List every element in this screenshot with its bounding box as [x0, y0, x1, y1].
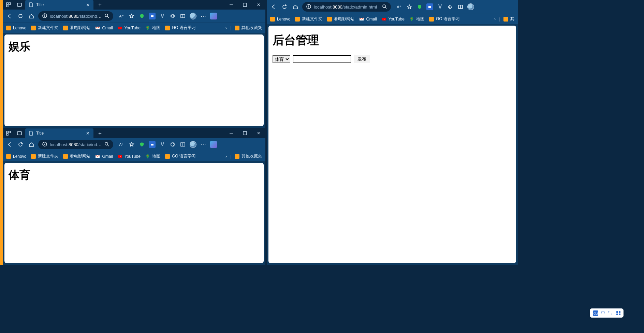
ime-grid-icon[interactable] [616, 311, 620, 315]
more-icon[interactable]: ⋯ [200, 13, 207, 19]
bookmark-movies[interactable]: 看电影网站 [327, 16, 354, 22]
home-button[interactable] [291, 3, 299, 11]
extensions-icon[interactable] [169, 13, 176, 19]
extension-vpn-icon[interactable] [149, 13, 156, 19]
bookmark-youtube[interactable]: YouTube [382, 17, 405, 22]
back-button[interactable] [5, 140, 14, 149]
workspaces-icon[interactable] [5, 2, 12, 8]
category-select[interactable]: 体育 [273, 55, 290, 63]
extension-v-icon[interactable]: V [437, 3, 443, 10]
new-tab-button[interactable]: ＋ [96, 0, 104, 9]
browser-tab[interactable]: Title ✕ [25, 128, 93, 138]
new-tab-button[interactable]: ＋ [96, 129, 104, 138]
tab-actions-icon[interactable] [16, 2, 23, 8]
workspaces-icon[interactable] [5, 130, 12, 136]
maximize-button[interactable] [238, 128, 252, 138]
ime-lang-label[interactable]: 中 [601, 310, 605, 316]
bookmark-go[interactable]: GO 语言学习 [165, 25, 196, 31]
bookmark-youtube[interactable]: YouTube [118, 26, 141, 30]
svg-rect-28 [151, 144, 153, 145]
url-field[interactable]: localhost:8080/static/index… [38, 140, 113, 149]
split-screen-icon[interactable] [179, 141, 186, 148]
favorite-icon[interactable] [406, 3, 413, 10]
bookmarks-overflow-icon[interactable]: › [225, 26, 227, 30]
bookmark-gmail[interactable]: Gmail [359, 17, 377, 22]
bookmark-gmail[interactable]: Gmail [95, 26, 113, 30]
bookmark-maps[interactable]: 地图 [145, 153, 160, 159]
copilot-icon[interactable] [210, 141, 217, 148]
bookmarks-overflow-icon[interactable]: › [494, 17, 496, 22]
close-window-button[interactable]: ✕ [252, 128, 265, 138]
site-info-icon[interactable] [42, 142, 47, 148]
address-bar: localhost:8080/static/index… A⁺ V ⋯ [3, 138, 265, 151]
ime-punct-icon[interactable]: °， [608, 310, 614, 316]
other-favorites[interactable]: 其他收藏夹 [235, 25, 262, 31]
back-button[interactable] [269, 3, 278, 11]
extensions-icon[interactable] [169, 141, 176, 148]
url-field[interactable]: localhost:8080/static/index… [38, 11, 113, 21]
search-icon[interactable] [382, 4, 387, 10]
bookmark-lenovo[interactable]: Lenovo [270, 17, 290, 22]
home-button[interactable] [27, 12, 35, 20]
other-favorites[interactable]: 其他收藏夹 [235, 153, 262, 159]
bookmark-newfolder[interactable]: 新建文件夹 [31, 25, 58, 31]
favorite-icon[interactable] [128, 13, 135, 19]
profile-avatar[interactable] [467, 3, 474, 10]
maximize-button[interactable] [238, 0, 252, 10]
url-field[interactable]: localhost:8080/static/admin.html [302, 2, 391, 12]
shield-icon[interactable] [138, 13, 145, 19]
refresh-button[interactable] [16, 12, 25, 20]
close-tab-icon[interactable]: ✕ [85, 2, 90, 7]
extension-v-icon[interactable]: V [159, 141, 166, 148]
extensions-icon[interactable] [447, 3, 454, 10]
bookmark-go[interactable]: GO 语言学习 [165, 153, 196, 159]
content-input[interactable] [293, 55, 351, 63]
extension-v-icon[interactable]: V [159, 13, 166, 19]
close-tab-icon[interactable]: ✕ [85, 131, 90, 136]
home-button[interactable] [27, 140, 35, 149]
bookmarks-overflow-icon[interactable]: › [225, 154, 227, 159]
gmail-icon [95, 154, 100, 159]
ime-toolbar[interactable]: du 中 °， [590, 308, 624, 318]
search-icon[interactable] [104, 142, 109, 148]
site-info-icon[interactable] [42, 13, 47, 19]
bookmark-partial[interactable]: 其 [503, 16, 514, 22]
shield-icon[interactable] [138, 141, 145, 148]
bookmark-go[interactable]: GO 语言学习 [429, 16, 460, 22]
profile-avatar[interactable] [190, 13, 196, 19]
split-screen-icon[interactable] [457, 3, 464, 10]
more-icon[interactable]: ⋯ [200, 141, 207, 148]
refresh-button[interactable] [280, 3, 289, 11]
search-icon[interactable] [104, 13, 109, 19]
refresh-button[interactable] [16, 140, 25, 149]
tab-actions-icon[interactable] [16, 130, 23, 136]
bookmark-newfolder[interactable]: 新建文件夹 [31, 153, 58, 159]
svg-rect-39 [428, 6, 431, 8]
read-aloud-icon[interactable]: A⁺ [118, 141, 125, 148]
browser-tab[interactable]: Title ✕ [25, 0, 93, 10]
publish-button[interactable]: 发布 [354, 55, 370, 63]
close-window-button[interactable]: ✕ [252, 0, 265, 10]
minimize-button[interactable] [224, 128, 238, 138]
profile-avatar[interactable] [190, 141, 196, 148]
bookmark-maps[interactable]: 地图 [145, 25, 160, 31]
bookmark-movies[interactable]: 看电影网站 [63, 25, 90, 31]
extension-vpn-icon[interactable] [426, 3, 433, 10]
bookmark-newfolder[interactable]: 新建文件夹 [295, 16, 322, 22]
minimize-button[interactable] [224, 0, 238, 10]
read-aloud-icon[interactable]: A⁺ [396, 3, 402, 10]
copilot-icon[interactable] [210, 13, 217, 19]
bookmark-movies[interactable]: 看电影网站 [63, 153, 90, 159]
bookmark-lenovo[interactable]: Lenovo [6, 154, 26, 159]
bookmark-lenovo[interactable]: Lenovo [6, 26, 26, 30]
favorite-icon[interactable] [128, 141, 135, 148]
bookmark-gmail[interactable]: Gmail [95, 154, 113, 159]
split-screen-icon[interactable] [179, 13, 186, 19]
site-info-icon[interactable] [306, 4, 311, 10]
read-aloud-icon[interactable]: A⁺ [118, 13, 125, 19]
bookmark-youtube[interactable]: YouTube [118, 154, 141, 159]
back-button[interactable] [5, 12, 14, 20]
shield-icon[interactable] [416, 3, 423, 10]
bookmark-maps[interactable]: 地图 [409, 16, 424, 22]
extension-vpn-icon[interactable] [149, 141, 156, 148]
